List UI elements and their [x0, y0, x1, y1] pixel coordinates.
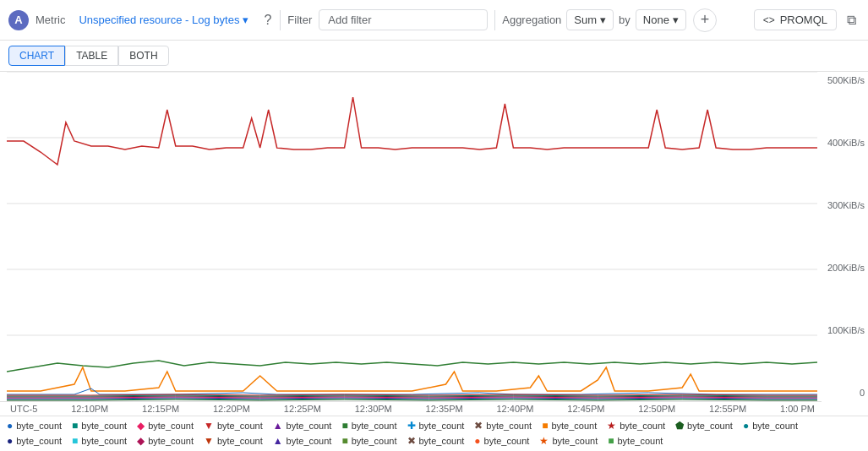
- legend-item[interactable]: ★byte_count: [539, 435, 598, 447]
- x-label-100: 1:00 PM: [780, 404, 815, 414]
- y-label-0: 0: [825, 388, 865, 398]
- legend-item[interactable]: ■byte_count: [542, 420, 597, 432]
- promql-button[interactable]: <> PROMQL: [754, 9, 837, 30]
- chart-svg-container: [7, 72, 817, 401]
- aggregation-section: Aggregation Sum ▾ by None ▾: [502, 9, 686, 30]
- legend-label: byte_count: [148, 421, 194, 431]
- legend-item[interactable]: ●byte_count: [474, 435, 529, 447]
- y-label-300: 300KiB/s: [825, 200, 865, 210]
- legend-item[interactable]: ●byte_count: [743, 420, 798, 432]
- legend-label: byte_count: [620, 421, 665, 431]
- legend-icon: ■: [542, 420, 548, 432]
- metric-prefix-label: Metric: [35, 14, 65, 26]
- legend-label: byte_count: [81, 436, 127, 446]
- legend-label: byte_count: [16, 421, 62, 431]
- legend-icon: ■: [341, 435, 347, 447]
- x-label-1250: 12:50PM: [638, 404, 675, 414]
- by-selector[interactable]: None ▾: [636, 9, 686, 30]
- y-label-500: 500KiB/s: [825, 75, 865, 85]
- aggregation-selector[interactable]: Sum ▾: [566, 9, 614, 30]
- by-label: by: [619, 14, 631, 26]
- copy-icon: ⧉: [847, 13, 856, 27]
- legend-item[interactable]: ✖byte_count: [407, 435, 465, 447]
- legend-icon: ●: [7, 420, 13, 432]
- legend-item[interactable]: ▼byte_count: [204, 435, 263, 447]
- legend-item[interactable]: ▲byte_count: [273, 420, 332, 432]
- legend-item[interactable]: ■byte_count: [608, 435, 663, 447]
- legend-icon: ▲: [273, 420, 283, 432]
- chart-area: 500KiB/s 400KiB/s 300KiB/s 200KiB/s 100K…: [0, 72, 868, 401]
- legend-icon: ◆: [137, 435, 145, 447]
- legend-label: byte_count: [352, 436, 397, 446]
- x-label-1220: 12:20PM: [213, 404, 250, 414]
- legend-icon: ■: [72, 420, 78, 432]
- chart-controls-bar: CHART TABLE BOTH: [0, 41, 868, 72]
- legend-item[interactable]: ◆byte_count: [137, 435, 194, 447]
- instance-badge: A: [8, 10, 29, 30]
- copy-button[interactable]: ⧉: [843, 9, 860, 31]
- legend-item[interactable]: ●byte_count: [7, 420, 62, 432]
- y-label-400: 400KiB/s: [825, 138, 865, 148]
- aggregation-label: Aggregation: [502, 14, 561, 26]
- legend-icon: ◆: [137, 420, 145, 432]
- help-button[interactable]: ?: [262, 11, 273, 30]
- legend-label: byte_count: [217, 436, 263, 446]
- legend-item[interactable]: ▲byte_count: [273, 435, 332, 447]
- x-label-utc5: UTC-5: [10, 404, 37, 414]
- y-label-200: 200KiB/s: [825, 263, 865, 273]
- legend-label: byte_count: [352, 421, 397, 431]
- legend-item[interactable]: ⬟byte_count: [675, 420, 733, 432]
- legend-item[interactable]: ■byte_count: [341, 420, 396, 432]
- legend-item[interactable]: ◆byte_count: [137, 420, 194, 432]
- legend-icon: ▼: [204, 420, 214, 432]
- legend-label: byte_count: [551, 421, 597, 431]
- tab-both[interactable]: BOTH: [118, 46, 168, 66]
- metric-selector[interactable]: Unspecified resource - Log bytes ▾: [72, 10, 255, 30]
- legend-icon: ●: [474, 435, 480, 447]
- tab-chart[interactable]: CHART: [8, 46, 65, 66]
- legend-icon: ✖: [407, 435, 416, 447]
- legend-label: byte_count: [16, 436, 62, 446]
- legend-label: byte_count: [217, 421, 263, 431]
- x-label-1210: 12:10PM: [71, 404, 108, 414]
- legend-item[interactable]: ✚byte_count: [407, 420, 465, 432]
- legend-label: byte_count: [287, 421, 332, 431]
- filter-label: Filter: [287, 14, 312, 26]
- legend-item[interactable]: ■byte_count: [72, 435, 127, 447]
- legend-label: byte_count: [81, 421, 127, 431]
- legend-icon: ★: [539, 435, 549, 447]
- tab-table[interactable]: TABLE: [65, 46, 118, 66]
- filter-section: Add filter: [319, 9, 488, 30]
- x-axis-labels: UTC-5 12:10PM 12:15PM 12:20PM 12:25PM 12…: [0, 401, 822, 416]
- legend-label: byte_count: [687, 421, 733, 431]
- add-filter-button[interactable]: Add filter: [328, 14, 371, 26]
- legend-icon: ●: [7, 435, 13, 447]
- x-label-1255: 12:55PM: [709, 404, 746, 414]
- legend-item[interactable]: ■byte_count: [341, 435, 396, 447]
- legend-item[interactable]: ★byte_count: [607, 420, 665, 432]
- legend-item[interactable]: ●byte_count: [7, 435, 62, 447]
- code-icon: <>: [763, 14, 775, 26]
- x-label-1215: 12:15PM: [142, 404, 179, 414]
- chevron-down-icon3: ▾: [673, 14, 679, 26]
- legend-icon: ⬟: [675, 420, 684, 432]
- legend-item[interactable]: ■byte_count: [72, 420, 127, 432]
- legend-label: byte_count: [287, 436, 332, 446]
- x-label-1235: 12:35PM: [426, 404, 463, 414]
- chevron-down-icon2: ▾: [600, 14, 606, 26]
- legend-label: byte_count: [419, 421, 465, 431]
- x-label-1245: 12:45PM: [567, 404, 604, 414]
- x-label-1230: 12:30PM: [355, 404, 392, 414]
- add-metric-button[interactable]: +: [693, 8, 717, 32]
- legend-item[interactable]: ▼byte_count: [204, 420, 263, 432]
- legend-icon: ✚: [407, 420, 416, 432]
- legend-icon: ■: [72, 435, 78, 447]
- legend-icon: ▼: [204, 435, 214, 447]
- legend-item[interactable]: ✖byte_count: [474, 420, 532, 432]
- legend-label: byte_count: [752, 421, 798, 431]
- divider2: [494, 10, 495, 30]
- legend-label: byte_count: [484, 436, 530, 446]
- legend-icon: ✖: [474, 420, 483, 432]
- x-label-1240: 12:40PM: [496, 404, 533, 414]
- legend-label: byte_count: [617, 436, 663, 446]
